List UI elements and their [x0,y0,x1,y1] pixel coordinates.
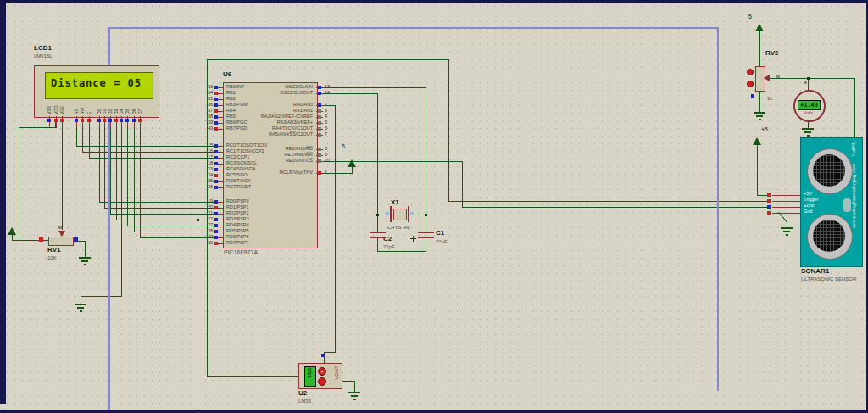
lcd-screen: Distance = 05 [45,72,153,99]
ground-terminal[interactable] [801,128,815,137]
ground-terminal[interactable] [780,227,793,236]
mcu-pin-stub[interactable] [218,146,223,147]
mcu-pin-number: 30 [202,240,213,245]
sonar-pin-state-square [767,211,771,215]
mcu-pin-stub[interactable] [218,123,223,124]
lcd-pin-state-square [81,119,84,122]
sonar-transducer-top [807,148,853,194]
cap-c1-plate-bottom[interactable] [418,237,434,238]
mcu-pin-stub[interactable] [218,170,223,170]
sonar-pin-stub[interactable] [772,195,800,196]
mcu-pin-stub[interactable] [218,87,223,88]
wire [354,381,355,392]
mcu-pin-label: RA5/AN4/S̅S̅/C2OUT [237,131,313,137]
sonar-pin-stub[interactable] [772,207,800,208]
ultrasonic-sensor[interactable]: TestPin www.TheEngineeringProjects.com +… [800,137,863,267]
mcu-pin-state-square [318,86,321,89]
mcu-pin-number: 22 [202,216,213,221]
wire [448,59,449,201]
sonar-pin-label: Echo [804,203,815,208]
rv1-origin-marker [58,226,62,229]
voltmeter[interactable]: +1.43 Volts [793,90,826,122]
mcu-pin-stub[interactable] [218,202,223,203]
mcu-pin-stub[interactable] [218,117,223,118]
mcu-pin-number: 36 [202,102,213,107]
lcd-pin-state-square [87,119,91,122]
sonar-pin-stub[interactable] [772,213,800,214]
mcu-pin-stub[interactable] [218,237,223,238]
lcd-pin-state-square [114,119,118,122]
cap-c2-ref-label: C2 [383,235,392,243]
cap-c1-plate-top[interactable] [418,232,434,233]
mcu-pin-stub[interactable] [218,208,223,209]
mcu-pin-stub[interactable] [218,214,223,215]
lcd-pin-state-square [47,119,51,122]
ground-terminal[interactable] [78,257,92,265]
mcu-pin-stub[interactable] [218,129,223,130]
mcu-pin-stub[interactable] [218,226,223,226]
ground-terminal[interactable] [348,392,361,400]
mcu-pin-stub[interactable] [218,158,223,159]
rv1-potentiometer[interactable] [48,237,74,246]
lcd-pin-state-square [120,119,123,122]
crystal-value-label: CRYSTAL [387,225,410,230]
mcu-pin-number: 8 [325,146,327,151]
ground-terminal[interactable] [753,112,766,120]
mcu-pin-number: 29 [202,234,213,239]
rv2-wiper-arrow[interactable] [764,75,770,81]
wire [81,296,122,297]
mcu-pin-stub[interactable] [218,152,223,153]
mcu-pin-label: RE1/AN6/W̅R̅ [237,152,313,157]
mcu-pin-stub[interactable] [218,176,223,176]
lcd-pin-label: RS [74,97,79,114]
mcu-pin-stub[interactable] [218,93,223,94]
mcu-pin-stub[interactable] [218,220,223,220]
wire-junction-dot [376,214,379,216]
mcu-pin-state-square [318,103,321,107]
mcu-pin-stub[interactable] [218,181,223,182]
mcu-pin-stub[interactable] [218,99,223,100]
lcd-pin-label: RW [80,97,85,114]
mcu-pin-label: RA4/T0CKI/C1OUT [237,126,313,131]
mcu-pin-stub[interactable] [218,232,223,232]
mcu-pin-state-square [318,127,321,131]
wire [377,93,378,232]
power-terminal[interactable] [755,24,764,31]
power-terminal[interactable] [8,227,16,235]
mcu-pin-number: 25 [202,178,213,183]
lcd-pin-label: VDD [53,97,58,114]
crystal-component[interactable] [393,209,407,220]
crystal-pin-marker-left [386,212,389,215]
mcu-pin-number: 4 [325,114,327,119]
mcu-pin-state-square [318,92,321,95]
wire [116,127,117,220]
mcu-pin-stub[interactable] [218,187,223,188]
lcd-pin-state-square [132,119,136,122]
mcu-pin-state-square [318,159,321,163]
wire [134,127,135,232]
wire [82,152,219,153]
wire [76,127,77,147]
mcu-pin-label: RC6/TX/CK [226,178,251,183]
wire [81,296,81,304]
mcu-pin-stub[interactable] [218,111,223,112]
rv1-wiper-arrow[interactable] [58,231,65,237]
lm35-component[interactable]: 15.0 + - VOUT [298,363,342,389]
power-terminal[interactable] [753,137,761,145]
lm35-decrease-button[interactable]: - [318,377,326,386]
lm35-increase-button[interactable]: + [318,367,326,376]
mcu-pin-stub[interactable] [218,243,223,244]
wire-junction-dot [197,219,199,221]
mcu-pin-stub[interactable] [218,105,223,106]
sonar-pin-stub[interactable] [772,201,800,202]
cap-c2-plate-top[interactable] [370,232,386,233]
mcu-pin-stub[interactable] [218,164,223,165]
lm35-vout-pin-label: VOUT [334,366,339,380]
ground-terminal[interactable] [74,304,87,312]
wire [335,105,336,353]
power-terminal[interactable] [348,159,356,167]
wire [19,127,57,128]
mcu-pin-label: OSC2/CLKOUT [237,90,313,95]
sheet-edge-top [0,0,868,3]
wire [104,127,105,209]
